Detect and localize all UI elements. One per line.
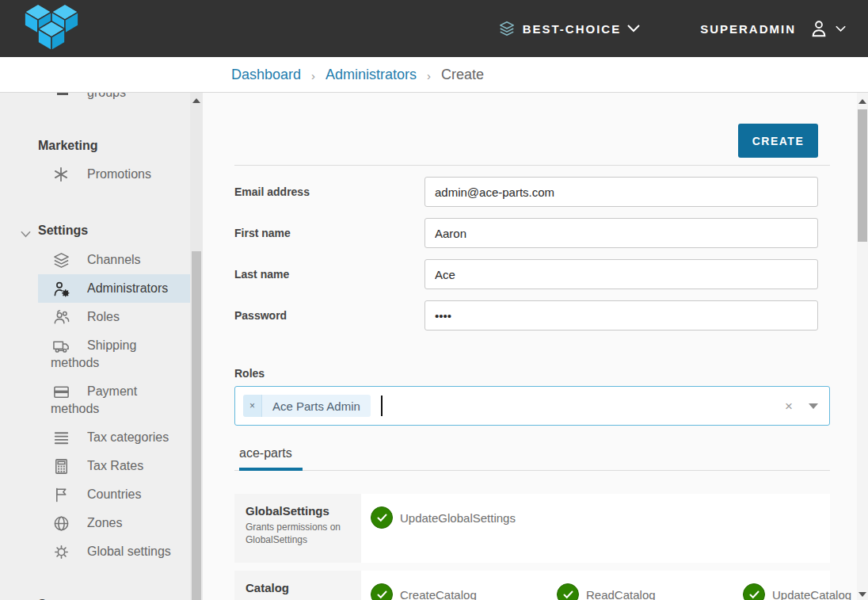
check-icon: [557, 583, 579, 600]
flag-icon: [52, 486, 71, 505]
email-label: Email address: [234, 177, 424, 207]
sidebar-heading-marketing: Marketing: [38, 139, 190, 153]
user-icon: [809, 18, 829, 39]
breadcrumb-dashboard[interactable]: Dashboard: [231, 67, 301, 83]
toggle-updatecatalog[interactable]: UpdateCatalog: [743, 583, 851, 600]
toggle-createcatalog[interactable]: CreateCatalog: [371, 583, 557, 600]
sidebar-item-tax-rates[interactable]: Tax Rates: [38, 452, 190, 480]
breadcrumb: Dashboard › Administrators › Create: [0, 57, 868, 93]
toggle-readcatalog[interactable]: ReadCatalog: [557, 583, 743, 600]
user-label: SUPERADMIN: [700, 22, 796, 36]
sidebar-item-zones[interactable]: Zones: [38, 509, 190, 537]
credit-card-icon: [52, 383, 71, 402]
main-content: CREATE Email address First name Last nam…: [203, 93, 868, 600]
scroll-up-icon[interactable]: [192, 98, 200, 103]
password-field[interactable]: [424, 300, 818, 331]
breadcrumb-create: Create: [441, 67, 484, 83]
clear-selection-icon[interactable]: ×: [785, 399, 793, 413]
channel-tabs: ace-parts: [234, 446, 830, 471]
users-icon: [52, 308, 71, 327]
form-row-email: Email address: [234, 177, 830, 207]
sidebar-item-roles[interactable]: Roles: [38, 303, 190, 331]
first-name-field[interactable]: [424, 218, 818, 248]
permissions-table: GlobalSettings Grants permissions on Glo…: [234, 494, 830, 600]
vendure-logo-icon: [22, 4, 81, 53]
gear-icon: [52, 543, 71, 562]
chevron-down-icon: [836, 25, 846, 32]
sidebar-item-customer-groups[interactable]: groups: [38, 93, 190, 107]
toolbar-divider: [234, 165, 830, 166]
sidebar-scrollbar-thumb[interactable]: [192, 251, 201, 600]
main-scrollbar-thumb[interactable]: [858, 109, 867, 242]
calculator-icon: [52, 457, 71, 476]
sidebar-item-shipping-methods[interactable]: Shipping methods: [38, 331, 190, 377]
chevron-down-icon: [627, 25, 640, 32]
breadcrumb-separator: ›: [427, 67, 431, 82]
sidebar-item-countries[interactable]: Countries: [38, 480, 190, 509]
email-field[interactable]: [424, 177, 818, 207]
sidebar-item-payment-methods[interactable]: Payment methods: [38, 377, 190, 423]
last-name-label: Last name: [234, 259, 424, 289]
form-row-password: Password: [234, 300, 830, 331]
sidebar-item-promotions[interactable]: Promotions: [38, 160, 190, 189]
main-scrollbar[interactable]: [857, 93, 868, 600]
roles-select[interactable]: × Ace Parts Admin ×: [234, 386, 830, 426]
chevron-down-icon: [21, 227, 31, 241]
create-button[interactable]: CREATE: [738, 124, 818, 158]
channel-switcher[interactable]: BEST-CHOICE: [498, 20, 641, 37]
permission-row-catalog: Catalog Grants permissions on Products, …: [234, 571, 830, 600]
administrator-icon: [52, 280, 71, 299]
channel-label: BEST-CHOICE: [523, 22, 622, 36]
password-label: Password: [234, 300, 424, 331]
sidebar-scrollbar[interactable]: [190, 93, 203, 600]
topbar-actions: BEST-CHOICE SUPERADMIN: [498, 18, 868, 39]
permission-group-title: Catalog: [246, 581, 350, 594]
role-chip-label: Ace Parts Admin: [262, 395, 371, 417]
permission-group-title: GlobalSettings: [246, 504, 350, 518]
first-name-label: First name: [234, 218, 424, 248]
layers-icon: [498, 20, 516, 37]
breadcrumb-administrators[interactable]: Administrators: [326, 67, 417, 83]
role-chip: × Ace Parts Admin: [243, 395, 371, 417]
last-name-field[interactable]: [424, 259, 818, 289]
toggle-updateglobalsettings[interactable]: UpdateGlobalSettings: [371, 506, 557, 529]
dropdown-caret-icon[interactable]: [809, 403, 818, 409]
permission-row-globalsettings: GlobalSettings Grants permissions on Glo…: [234, 494, 830, 563]
tab-ace-parts[interactable]: ace-parts: [239, 446, 303, 471]
sidebar: groups Marketing Promotions Settings: [0, 93, 203, 600]
topbar: BEST-CHOICE SUPERADMIN: [0, 0, 868, 57]
scroll-down-icon[interactable]: [858, 592, 866, 597]
sidebar-item-administrators[interactable]: Administrators: [38, 274, 190, 303]
chip-remove-icon[interactable]: ×: [243, 395, 262, 417]
check-icon: [371, 506, 393, 529]
sidebar-item-global-settings[interactable]: Global settings: [38, 537, 190, 566]
toolbar: CREATE: [234, 93, 830, 158]
scroll-up-icon[interactable]: [858, 99, 866, 104]
check-icon: [371, 583, 393, 600]
globe-icon: [52, 514, 71, 533]
sidebar-group-settings[interactable]: Settings: [38, 224, 190, 238]
form-row-first-name: First name: [234, 218, 830, 248]
asterisk-icon: [52, 166, 71, 185]
roles-label: Roles: [234, 367, 830, 380]
sidebar-item-channels[interactable]: Channels: [38, 246, 190, 274]
text-cursor: [381, 396, 383, 416]
list-icon: [52, 429, 71, 448]
breadcrumb-separator: ›: [311, 67, 315, 82]
sidebar-item-tax-categories[interactable]: Tax categories: [38, 423, 190, 452]
form-row-last-name: Last name: [234, 259, 830, 289]
truck-icon: [52, 337, 71, 356]
layers-icon: [52, 251, 71, 270]
permission-group-description: Grants permissions on GlobalSettings: [246, 521, 350, 546]
user-menu[interactable]: SUPERADMIN: [700, 18, 846, 39]
check-icon: [743, 583, 765, 600]
